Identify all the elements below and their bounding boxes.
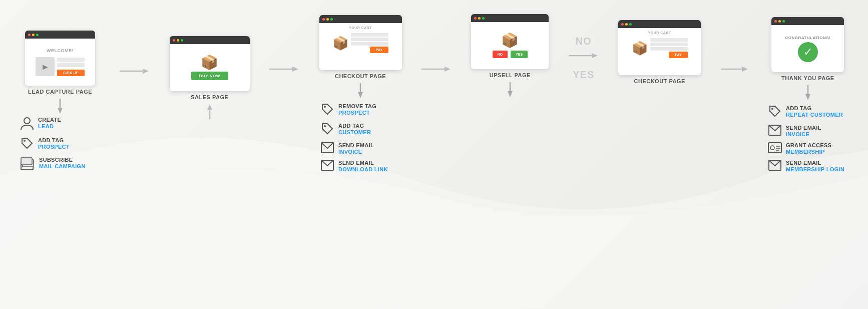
- yes-button[interactable]: YES: [511, 51, 528, 58]
- dot-yellow-c2: [625, 23, 628, 26]
- checkout2-title: YOUR CART: [648, 31, 671, 35]
- checkout1-body: 📦 PAY: [332, 33, 388, 53]
- arrow-sales-to-checkout1: [269, 65, 299, 74]
- dot-green-up: [482, 17, 485, 20]
- action-sendemail2-title: SEND EMAIL: [338, 160, 388, 166]
- send-email-download-text: SEND EMAIL DOWNLOAD LINK: [338, 160, 388, 173]
- checkout1-actions: REMOVE TAG PROSPECT: [320, 103, 400, 173]
- svg-marker-20: [445, 67, 451, 72]
- tag-icon-customer: [320, 123, 334, 138]
- action-remove-tag: REMOVE TAG PROSPECT: [320, 103, 400, 119]
- action-prospect2-subtitle: PROSPECT: [338, 110, 376, 116]
- action-subscribe-title: SUBSCRIBE: [39, 157, 86, 163]
- page-layout: WELCOME! ▶ SIGN UP: [0, 0, 868, 309]
- buynow-button[interactable]: BUY NOW: [191, 72, 228, 80]
- thankyou-column: CONGRATULATIONS! ✓ THANK YOU PAGE: [768, 17, 848, 173]
- congrats-text: CONGRATULATIONS!: [785, 36, 831, 40]
- checkout2-content: YOUR CART 📦 PAY: [618, 28, 701, 75]
- action-sendemail4-title: SEND EMAIL: [786, 160, 844, 166]
- action-membership-subtitle: MEMBERSHIP: [786, 149, 831, 155]
- checkout1-fields: PAY: [351, 33, 388, 53]
- upsell-browser: 📦 NO YES: [471, 14, 549, 69]
- welcome-text: WELCOME!: [47, 48, 74, 53]
- svg-marker-26: [742, 67, 748, 72]
- product-box-sales: 📦: [201, 56, 218, 70]
- dot-green-ty: [782, 20, 785, 23]
- lead-capture-actions: CREATE LEAD: [20, 117, 100, 173]
- upsell-buttons: NO YES: [493, 51, 528, 58]
- sales-page: 📦 BUY NOW SALES PAGE: [170, 36, 250, 100]
- action-repeatcustomer-subtitle: REPEAT CUSTOMER: [786, 112, 843, 118]
- action-removetag-title: REMOVE TAG: [338, 103, 376, 110]
- lead-capture-content: WELCOME! ▶ SIGN UP: [25, 39, 95, 86]
- dot-red-s: [173, 39, 175, 42]
- c2-field2: [650, 43, 688, 46]
- browser-bar-c2: [618, 20, 701, 28]
- svg-point-2: [24, 118, 30, 124]
- checkout1-down: [357, 83, 364, 100]
- arrow-no-to-checkout2: [569, 51, 599, 60]
- dot-red-up: [474, 17, 477, 20]
- upsell-page: 📦 NO YES UPSELL PAGE: [471, 14, 549, 78]
- c1-field3: [351, 42, 388, 46]
- checkout2-column: YOUR CART 📦 PAY: [618, 20, 701, 173]
- dot-green-c2: [629, 23, 632, 26]
- action-add-tag-repeat: ADD TAG REPEAT CUSTOMER: [768, 105, 848, 121]
- checkmark-icon: ✓: [798, 42, 818, 62]
- action-create-lead: CREATE LEAD: [20, 117, 100, 133]
- svg-marker-28: [805, 94, 810, 100]
- svg-marker-14: [358, 92, 363, 98]
- svg-point-3: [24, 140, 26, 142]
- browser-bar-ty: [771, 17, 844, 25]
- action-customer-subtitle: CUSTOMER: [338, 129, 371, 136]
- dot-green: [36, 34, 39, 36]
- remove-tag-text: REMOVE TAG PROSPECT: [338, 103, 376, 116]
- sales-content: 📦 BUY NOW: [170, 44, 250, 91]
- sales-browser: 📦 BUY NOW: [170, 36, 250, 91]
- action-send-email-invoice2: SEND EMAIL INVOICE: [768, 125, 848, 138]
- browser-bar-up: [471, 14, 549, 22]
- lcp-body: ▶ SIGN UP: [36, 57, 85, 76]
- checkout2-label: CHECKOUT PAGE: [634, 78, 685, 84]
- svg-marker-12: [292, 67, 298, 72]
- product-box-c1: 📦: [332, 36, 348, 51]
- checkout2-page: YOUR CART 📦 PAY: [618, 20, 701, 84]
- pay-button-2[interactable]: PAY: [669, 52, 687, 58]
- upsell-column: 📦 NO YES UPSELL PAGE: [471, 14, 549, 173]
- envelope-icon-2: [320, 160, 334, 173]
- up-arrow-sales: [206, 104, 213, 119]
- send-email-invoice1-text: SEND EMAIL INVOICE: [338, 142, 374, 155]
- svg-marker-8: [143, 69, 149, 74]
- checkout1-page: YOUR CART 📦 PAY: [319, 15, 402, 79]
- checkout2-browser: YOUR CART 📦 PAY: [618, 20, 701, 75]
- add-tag-repeat-text: ADD TAG REPEAT CUSTOMER: [786, 105, 843, 118]
- pay-button-1[interactable]: PAY: [370, 47, 388, 53]
- checkout1-browser: YOUR CART 📦 PAY: [319, 15, 402, 70]
- checkout1-content: YOUR CART 📦 PAY: [319, 23, 402, 70]
- dot-red-c1: [322, 18, 325, 21]
- dot-yellow: [32, 34, 35, 36]
- action-membershiplogin-subtitle: MEMBERSHIP LOGIN: [786, 166, 844, 173]
- down-arrow-lcp: [57, 99, 64, 114]
- svg-point-29: [771, 108, 773, 110]
- tag-icon-1: [20, 137, 34, 153]
- browser-bar: [25, 31, 95, 39]
- action-grant-access: GRANT ACCESS MEMBERSHIP: [768, 142, 848, 156]
- send-email-login-text: SEND EMAIL MEMBERSHIP LOGIN: [786, 160, 844, 173]
- thankyou-browser: CONGRATULATIONS! ✓: [771, 17, 844, 72]
- svg-marker-24: [592, 53, 598, 58]
- action-send-email-invoice1: SEND EMAIL INVOICE: [320, 142, 400, 156]
- action-lead-subtitle: LEAD: [38, 123, 61, 130]
- signup-button[interactable]: SIGN UP: [57, 70, 85, 76]
- upsell-label: UPSELL PAGE: [490, 72, 531, 78]
- dot-red-c2: [621, 23, 624, 26]
- tag-icon-remove: [320, 103, 334, 119]
- svg-point-16: [324, 125, 326, 127]
- tag-icon-repeat: [768, 105, 782, 121]
- svg-marker-22: [508, 91, 513, 97]
- dot-red-ty: [774, 20, 777, 23]
- no-button[interactable]: NO: [493, 51, 508, 58]
- action-add-tag-customer: ADD TAG CUSTOMER: [320, 123, 400, 138]
- product-box-c2: 📦: [632, 41, 648, 56]
- action-invoice1-subtitle: INVOICE: [338, 149, 374, 155]
